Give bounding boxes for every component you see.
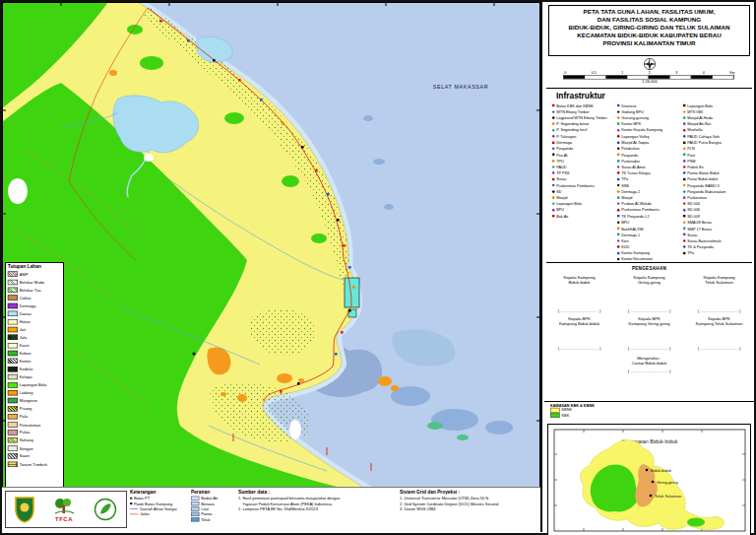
landcover-swatch [8, 445, 18, 450]
infra-legend-label: Kantor Kepala Kampung [621, 128, 662, 132]
landcover-swatch [8, 351, 18, 356]
landcover-legend-item: Jala [6, 333, 63, 341]
landcover-legend-item: Sahang [6, 436, 63, 444]
landcover-legend-item: Danau [6, 309, 63, 317]
infra-legend-label: Kantor BPK [621, 122, 641, 126]
landcover-swatch [8, 335, 18, 340]
map-sheet: SELAT MAKASSAR Tutupan Lahan AMPBelukar … [0, 0, 756, 535]
landcover-label: Hutan [20, 319, 31, 323]
landcover-label: Ladang [20, 391, 33, 395]
landcover-label: Belukar Tua [20, 288, 41, 292]
line-symbol-icon [130, 513, 138, 514]
facility-marker-icon [552, 153, 555, 156]
landcover-swatch [8, 296, 18, 301]
infra-legend-label: Pelabuhan [621, 147, 639, 151]
infra-legend-label: Masjid An-Nur [687, 122, 711, 126]
approval-cell: Kepala BPKKampung Teluk Sulaiman [684, 315, 754, 326]
landcover-legend-item: Jati [6, 325, 63, 333]
scale-unit-label: Km [729, 71, 734, 75]
infrastructure-legend: Infrastruktur Batas KBK dan KBNKWTN Ebon… [546, 88, 752, 263]
facility-marker-icon [617, 239, 619, 241]
keterangan-legend: Keterangan Batas PTPatok Batas KampungDa… [130, 490, 189, 532]
landcover-label: Pisang [20, 407, 32, 411]
kawasan-legend: KAWASAN KBK & KBNK KBNKKBK [544, 402, 754, 423]
landcover-legend-item: Hutan [6, 317, 63, 325]
compass-rose-icon [544, 56, 754, 71]
landcover-label: Tanam Tumbuh [20, 462, 47, 466]
landcover-legend-item: Pisang [6, 405, 63, 413]
map-title-line: PROVINSI KALIMANTAN TIMUR [549, 39, 749, 47]
keterangan-label: Jalan [140, 512, 149, 516]
perairan-item: Teluk [191, 517, 236, 522]
infra-legend-label: PAUD Putra Bangsa [687, 140, 722, 144]
water-swatch [191, 497, 199, 501]
infrastructure-column: DrainaseGedung BPUGunung-gunungKantor BP… [617, 102, 682, 262]
landcover-swatch [8, 406, 18, 411]
projection-block: Sistem Grid dan Proyeksi : 1. Universal … [400, 490, 539, 526]
infra-legend-label: P. Segending besar [556, 122, 589, 126]
infrastructure-column: Lapangan BolaMTS GBIMasjid Al-HudaMasjid… [683, 102, 748, 256]
landcover-legend-item: Lapangan Bola [6, 381, 63, 389]
scale-bar-segment [670, 76, 692, 79]
scale-ratio: 1:26.000 [563, 79, 736, 84]
scale-bar-segment [564, 76, 586, 79]
infra-legend-label: Dermaga [556, 140, 572, 144]
landcover-swatch [8, 374, 18, 379]
landcover-legend-item: Kedelai [6, 366, 63, 373]
infra-legend-label: Logpound WTN Ebony Timber [556, 115, 607, 119]
landcover-label: Belukar Muda [20, 280, 44, 284]
infra-legend-label: PSM [687, 159, 695, 163]
infra-legend-label: Bak Air [556, 214, 568, 218]
landcover-legend-item: Belukar Muda [6, 278, 63, 286]
infra-legend-label: Drainase [621, 103, 636, 107]
landcover-label: Sawit [20, 454, 30, 458]
infra-legend-label: Masjid [556, 196, 567, 200]
scale-tick-label: 1 [621, 71, 623, 75]
infra-legend-label: Pantai Batas Biduk [687, 171, 719, 175]
landcover-legend: Tutupan Lahan AMPBelukar MudaBelukar Tua… [5, 262, 64, 489]
facility-marker-icon [682, 116, 685, 119]
facility-marker-icon [552, 123, 554, 125]
facility-marker-icon [683, 129, 685, 131]
infra-legend-label: SD 004 [687, 202, 700, 206]
main-map: SELAT MAKASSAR Tutupan Lahan AMPBelukar … [2, 2, 542, 532]
facility-marker-icon [617, 129, 619, 131]
facility-marker-icon [683, 215, 685, 217]
infra-legend-label: Puskesmas Pembantu [621, 208, 659, 212]
infra-legend-label: Surau [687, 233, 697, 236]
landcover-legend-item: Sengon [6, 444, 63, 452]
keterangan-label: Daerah Aliran Sungai [140, 506, 176, 510]
landcover-legend-item: Dermaga [6, 301, 63, 309]
facility-marker-icon [552, 160, 554, 162]
infra-legend-label: Posyandu Babussalam [687, 189, 725, 193]
facility-marker-icon [552, 171, 555, 174]
kawasan-swatch [550, 413, 560, 418]
infra-legend-label: TP PKK [556, 171, 570, 175]
inset-kbk-tail [687, 518, 705, 527]
facility-marker-icon [617, 116, 620, 119]
landcover-legend-list: AMPBelukar MudaBelukar TuaCoklatDermagaD… [6, 270, 63, 468]
landcover-swatch [8, 311, 18, 316]
facility-marker-icon [552, 110, 554, 112]
approval-section: PENGESAHAN Kepala KampungBiduk-biduk Kep… [544, 263, 754, 402]
facility-marker-icon [552, 196, 554, 198]
perairan-label: Badan Air [201, 497, 218, 501]
landcover-label: Dermaga [20, 303, 36, 307]
approval-row1: Kepala KampungBiduk-biduk Kepala Kampung… [544, 274, 754, 285]
infra-legend-label: Masjid [621, 196, 632, 200]
logos-box: TFCA [5, 491, 127, 528]
scale-tick-label: 2 [649, 71, 651, 75]
infra-legend-item: Kantor Kecamatan [617, 256, 682, 262]
facility-marker-icon [683, 221, 685, 223]
approval-cell: Kepala BPKKampung Giring-giring [614, 315, 684, 326]
facility-marker-icon [617, 166, 619, 167]
landcover-swatch [8, 422, 18, 427]
infra-legend-label: SD 009 [687, 214, 700, 218]
square-symbol-icon [130, 502, 132, 504]
facility-marker-icon [552, 116, 555, 119]
landcover-label: Sengon [20, 446, 33, 450]
scale-tick-label: 0.5 [592, 71, 597, 75]
landcover-label: Sahang [20, 438, 33, 442]
water-swatch [191, 512, 199, 516]
infra-legend-label: SD [556, 189, 561, 193]
